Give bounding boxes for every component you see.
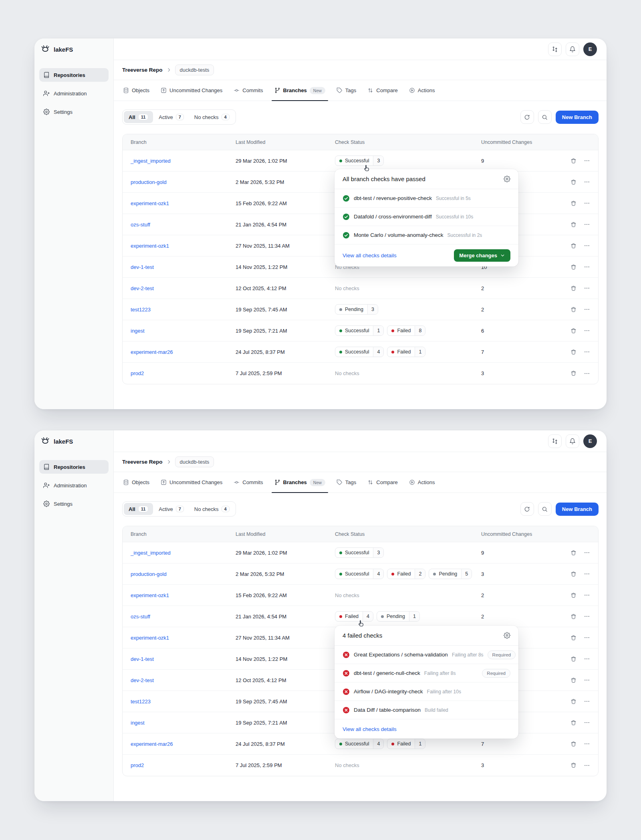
delete-branch-button[interactable] — [568, 611, 579, 622]
tab-actions[interactable]: Actions — [404, 80, 440, 101]
check-status-badge[interactable]: Failed 2 — [387, 569, 425, 579]
row-more-button[interactable] — [581, 198, 593, 209]
view-all-checks-link[interactable]: View all checks details — [343, 252, 397, 258]
check-status-badge[interactable]: Failed 1 — [387, 739, 425, 749]
delete-branch-button[interactable] — [568, 632, 579, 643]
delete-branch-button[interactable] — [568, 547, 579, 558]
search-button[interactable] — [538, 110, 552, 124]
filter-all[interactable]: All 11 — [124, 503, 153, 515]
check-status-badge[interactable]: Pending 3 — [335, 304, 378, 315]
branch-link[interactable]: dev-1-test — [131, 264, 154, 270]
row-more-button[interactable] — [581, 760, 593, 771]
tab-objects[interactable]: Objects — [118, 80, 155, 101]
branch-link[interactable]: experiment-ozk1 — [131, 200, 169, 206]
row-more-button[interactable] — [581, 346, 593, 357]
branch-link[interactable]: dev-2-test — [131, 285, 154, 291]
row-more-button[interactable] — [581, 304, 593, 315]
branch-link[interactable]: ozs-stuff — [131, 222, 150, 228]
delete-branch-button[interactable] — [568, 346, 579, 357]
branch-link[interactable]: test1223 — [131, 699, 151, 705]
view-all-checks-link[interactable]: View all checks details — [343, 726, 397, 732]
branch-link[interactable]: ingest — [131, 328, 145, 334]
delete-branch-button[interactable] — [568, 568, 579, 580]
table-row[interactable]: test1223 19 Sep 2025, 7:45 AM Pending 3 … — [123, 299, 598, 320]
check-status-badge[interactable]: Failed 1 — [387, 347, 425, 357]
branch-link[interactable]: prod2 — [131, 762, 144, 768]
row-more-button[interactable] — [581, 674, 593, 686]
delete-branch-button[interactable] — [568, 368, 579, 379]
sidebar-item-administration[interactable]: Administration — [39, 479, 109, 492]
branch-link[interactable]: ingest — [131, 720, 145, 726]
table-row[interactable]: experiment-mar26 24 Jul 2025, 8:37 PM Su… — [123, 341, 598, 363]
filter-all[interactable]: All 11 — [124, 111, 153, 123]
check-status-badge[interactable]: Pending 5 — [429, 569, 472, 579]
delete-branch-button[interactable] — [568, 653, 579, 664]
row-more-button[interactable] — [581, 653, 593, 664]
breadcrumb-repo-link[interactable]: Treeverse Repo — [122, 459, 163, 465]
table-row[interactable]: ingest 19 Sep 2025, 7:21 AM Successful 1… — [123, 320, 598, 341]
delete-branch-button[interactable] — [568, 198, 579, 209]
delete-branch-button[interactable] — [568, 760, 579, 771]
branch-link[interactable]: experiment-ozk1 — [131, 243, 169, 249]
tab-commits[interactable]: Commits — [228, 80, 268, 101]
branch-link[interactable]: production-gold — [131, 571, 167, 577]
check-status-badge[interactable]: Successful 3 — [335, 155, 384, 166]
branch-link[interactable]: _ingest_imported — [131, 158, 171, 164]
tab-commits[interactable]: Commits — [228, 472, 268, 493]
tab-objects[interactable]: Objects — [118, 472, 155, 493]
table-row[interactable]: production-gold 2 Mar 2026, 5:32 PM Succ… — [123, 563, 598, 585]
table-row[interactable]: experiment-ozk1 15 Feb 2026, 9:22 AM No … — [123, 585, 598, 606]
row-more-button[interactable] — [581, 240, 593, 251]
check-status-badge[interactable]: Failed 4 — [335, 611, 373, 622]
branch-link[interactable]: experiment-mar26 — [131, 741, 173, 747]
avatar[interactable]: E — [583, 434, 597, 448]
delete-branch-button[interactable] — [568, 240, 579, 251]
refresh-button[interactable] — [520, 502, 534, 516]
search-button[interactable] — [538, 502, 552, 516]
check-status-badge[interactable]: Failed 8 — [387, 325, 425, 336]
check-status-badge[interactable]: Successful 4 — [335, 347, 384, 357]
row-more-button[interactable] — [581, 717, 593, 728]
check-status-badge[interactable]: Pending 1 — [377, 611, 420, 622]
filter-no-checks[interactable]: No checks 4 — [189, 503, 234, 515]
delete-branch-button[interactable] — [568, 176, 579, 188]
sidebar-item-repositories[interactable]: Repositories — [39, 68, 109, 82]
merge-changes-button[interactable]: Merge changes — [454, 249, 510, 262]
tab-branches[interactable]: Branches New — [269, 80, 331, 101]
table-row[interactable]: ozs-stuff 21 Jan 2026, 4:54 PM Failed 4 … — [123, 606, 598, 627]
row-more-button[interactable] — [581, 738, 593, 749]
row-more-button[interactable] — [581, 261, 593, 273]
tab-compare[interactable]: Compare — [362, 80, 403, 101]
delete-branch-button[interactable] — [568, 590, 579, 601]
diff-button[interactable] — [548, 42, 562, 56]
delete-branch-button[interactable] — [568, 674, 579, 686]
table-row[interactable]: prod2 7 Jul 2025, 2:59 PM No checks 3 — [123, 755, 598, 776]
popover-settings-button[interactable] — [504, 176, 510, 182]
branch-link[interactable]: test1223 — [131, 307, 151, 313]
row-more-button[interactable] — [581, 368, 593, 379]
delete-branch-button[interactable] — [568, 738, 579, 749]
table-row[interactable]: prod2 7 Jul 2025, 2:59 PM No checks 3 — [123, 363, 598, 384]
branch-link[interactable]: dev-2-test — [131, 677, 154, 683]
diff-button[interactable] — [548, 434, 562, 448]
breadcrumb-repo-link[interactable]: Treeverse Repo — [122, 67, 163, 73]
table-row[interactable]: dev-2-test 12 Oct 2025, 4:12 PM No check… — [123, 278, 598, 299]
branch-link[interactable]: production-gold — [131, 179, 167, 185]
sidebar-item-repositories[interactable]: Repositories — [39, 460, 109, 474]
delete-branch-button[interactable] — [568, 155, 579, 166]
table-row[interactable]: _ingest_imported 29 Mar 2026, 1:02 PM Su… — [123, 542, 598, 563]
tab-branches[interactable]: Branches New — [269, 472, 331, 493]
delete-branch-button[interactable] — [568, 717, 579, 728]
check-status-badge[interactable]: Successful 4 — [335, 739, 384, 749]
row-more-button[interactable] — [581, 696, 593, 707]
breadcrumb-current-branch[interactable]: duckdb-tests — [175, 456, 214, 467]
row-more-button[interactable] — [581, 283, 593, 294]
branch-link[interactable]: dev-1-test — [131, 656, 154, 662]
popover-settings-button[interactable] — [504, 632, 510, 639]
row-more-button[interactable] — [581, 611, 593, 622]
avatar[interactable]: E — [583, 42, 597, 56]
new-branch-button[interactable]: New Branch — [556, 503, 599, 516]
row-more-button[interactable] — [581, 547, 593, 558]
delete-branch-button[interactable] — [568, 696, 579, 707]
filter-active[interactable]: Active 7 — [154, 503, 189, 515]
